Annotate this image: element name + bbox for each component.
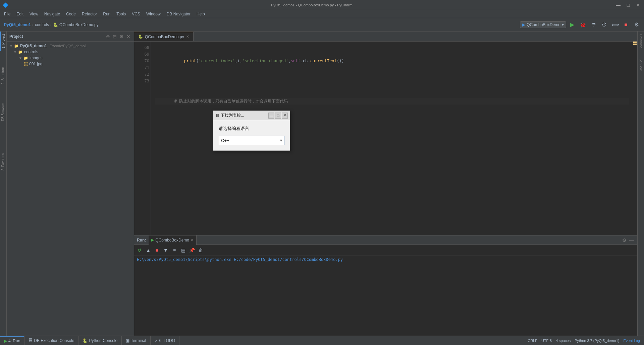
- tree-arrow-root: ▼: [9, 44, 13, 48]
- status-crlf[interactable]: CRLF: [528, 339, 537, 343]
- run-tab-icon: ▶: [151, 238, 154, 242]
- tree-item-images[interactable]: ▼ 📁 images: [7, 55, 134, 61]
- menu-refactor[interactable]: Refactor: [79, 11, 100, 17]
- concurrency-button[interactable]: ⟺: [610, 20, 620, 29]
- tree-icon-images: 📁: [23, 56, 28, 60]
- qt-dialog-close[interactable]: ✕: [282, 113, 288, 119]
- settings-toolbar-button[interactable]: ⚙: [632, 20, 641, 29]
- sidebar-close-button[interactable]: ✕: [126, 33, 131, 40]
- menu-run[interactable]: Run: [100, 11, 113, 17]
- run-scroll-up[interactable]: ▲: [144, 246, 152, 254]
- editor-tab-active[interactable]: 🐍 QComboBoxDemo.py ✕: [134, 32, 194, 41]
- qt-dialog-minimize[interactable]: —: [268, 113, 274, 119]
- run-stop-button[interactable]: ■: [153, 246, 161, 254]
- bottom-tab-terminal[interactable]: ▣ Terminal: [122, 336, 150, 345]
- menu-edit[interactable]: Edit: [14, 11, 26, 17]
- menu-code[interactable]: Code: [63, 11, 78, 17]
- tree-icon-001jpg: 🖼: [24, 62, 28, 66]
- run-minimize-button[interactable]: —: [629, 237, 635, 244]
- run-trash-button[interactable]: 🗑: [197, 246, 205, 254]
- tree-item-001jpg[interactable]: 🖼 001.jpg: [7, 61, 134, 67]
- python-console-icon: 🐍: [83, 338, 88, 343]
- qt-dialog-icon: 🖥: [215, 113, 219, 118]
- toolbar: PyQt5_demo1 › controls › 🐍 QComboBoxDemo…: [0, 18, 644, 31]
- bottom-tab-todo[interactable]: ✓ 6: TODO: [151, 336, 180, 345]
- qt-dialog-titlebar[interactable]: 🖥 下拉列表控... — □ ✕: [213, 111, 290, 120]
- tree-label-root: PyQt5_demo1: [20, 44, 47, 48]
- terminal-icon: ▣: [126, 338, 129, 343]
- menu-bar: File Edit View Navigate Code Refactor Ru…: [0, 10, 644, 18]
- qt-dialog-maximize[interactable]: □: [275, 113, 281, 119]
- maximize-button[interactable]: □: [625, 2, 631, 8]
- tree-label-images: images: [30, 56, 43, 60]
- menu-view[interactable]: View: [27, 11, 41, 17]
- menu-help[interactable]: Help: [194, 11, 208, 17]
- sidebar-sync-button[interactable]: ⊕: [105, 33, 111, 40]
- run-settings-button[interactable]: ⚙: [622, 237, 627, 244]
- run-restart-button[interactable]: ↺: [136, 246, 144, 254]
- status-indent[interactable]: 4 spaces: [556, 339, 571, 343]
- run-tabs: Run: ▶ QComboBoxDemo ✕ ⚙ —: [134, 235, 637, 245]
- qt-dialog-controls: — □ ✕: [268, 113, 288, 119]
- profile-button[interactable]: ⏱: [600, 20, 609, 29]
- close-button[interactable]: ✕: [635, 2, 641, 8]
- run-filter-button[interactable]: ▤: [179, 246, 187, 254]
- bottom-tab-db-label: DB Execution Console: [34, 338, 74, 343]
- run-tab-run-icon: ▶: [4, 339, 7, 343]
- stop-button[interactable]: ■: [621, 20, 631, 29]
- tree-item-controls[interactable]: ▼ 📁 controls: [7, 49, 134, 55]
- tree-icon-controls: 📁: [18, 50, 23, 54]
- status-encoding[interactable]: UTF-8: [541, 339, 552, 343]
- left-tab-favorites[interactable]: 2: Favorites: [0, 150, 6, 173]
- minimize-button[interactable]: —: [615, 2, 621, 8]
- menu-window[interactable]: Window: [144, 11, 163, 17]
- title-bar: 🔷 PyQt5_demo1 - QComboBoxDemo.py - PyCha…: [0, 0, 644, 10]
- debug-button[interactable]: 🐞: [578, 20, 588, 29]
- menu-navigate[interactable]: Navigate: [42, 11, 63, 17]
- bottom-tab-todo-label: 6: TODO: [159, 338, 175, 343]
- sidebar-settings-button[interactable]: ⚙: [119, 33, 124, 40]
- run-command: E:\venvs\PyQt5_demo1\Scripts\python.exe …: [137, 257, 343, 262]
- todo-icon: ✓: [155, 338, 158, 343]
- window-title: PyQt5_demo1 - QComboBoxDemo.py - PyCharm: [8, 3, 615, 7]
- breadcrumb-sep-1: ›: [32, 22, 34, 27]
- breadcrumb-controls[interactable]: controls: [35, 22, 49, 27]
- file-tree: ▼ 📁 PyQt5_demo1 E:\code\PyQt5_demo1 ▼ 📁 …: [7, 42, 134, 336]
- qt-combobox[interactable]: C++ ▾: [219, 136, 284, 145]
- menu-vcs[interactable]: VCS: [129, 11, 143, 17]
- menu-db-navigator[interactable]: DB Navigator: [164, 11, 193, 17]
- line-num-68: 68: [136, 44, 149, 51]
- left-tab-project[interactable]: 1: Project: [0, 31, 6, 51]
- tab-close-button[interactable]: ✕: [186, 34, 189, 39]
- left-tab-db-browser[interactable]: DB Browser: [0, 100, 6, 124]
- code-line-69: [155, 78, 629, 84]
- run-tab-close[interactable]: ✕: [191, 238, 194, 242]
- left-tab-structure[interactable]: 2: Structure: [0, 64, 6, 87]
- bottom-tab-run[interactable]: ▶ 4: Run: [0, 336, 24, 345]
- right-tab-sciview[interactable]: SciView: [638, 56, 644, 73]
- bottom-tab-python-console[interactable]: 🐍 Python Console: [78, 336, 122, 345]
- breadcrumb-sep-2: ›: [50, 22, 52, 27]
- right-tab-database[interactable]: Database: [638, 33, 644, 50]
- run-button[interactable]: ▶: [568, 20, 577, 29]
- line-numbers: 68 69 70 71 72 73: [134, 42, 151, 235]
- breadcrumb-file[interactable]: QComboBoxDemo.py: [59, 22, 99, 27]
- breadcrumb-project[interactable]: PyQt5_demo1: [4, 22, 31, 27]
- run-configuration[interactable]: ▶ QComboBoxDemo ▾: [520, 21, 566, 28]
- menu-file[interactable]: File: [1, 11, 13, 17]
- tree-item-root[interactable]: ▼ 📁 PyQt5_demo1 E:\code\PyQt5_demo1: [7, 43, 134, 49]
- run-config-tab[interactable]: ▶ QComboBoxDemo ✕: [149, 235, 197, 245]
- tree-arrow-images: ▼: [19, 56, 22, 60]
- run-scroll-down[interactable]: ▼: [162, 246, 170, 254]
- menu-tools[interactable]: Tools: [114, 11, 128, 17]
- status-python[interactable]: Python 3.7 (PyQt5_demo1): [575, 339, 619, 343]
- sidebar-header: Project ⊕ ⊟ ⚙ ✕: [7, 31, 134, 42]
- bottom-tab-run-label: 4: Run: [8, 339, 20, 343]
- sidebar-collapse-button[interactable]: ⊟: [112, 33, 117, 40]
- coverage-button[interactable]: ☂: [589, 20, 598, 29]
- run-wrap-button[interactable]: ≡: [170, 246, 178, 254]
- title-bar-controls: — □ ✕: [615, 2, 641, 8]
- run-pin-button[interactable]: 📌: [188, 246, 196, 254]
- status-event-log[interactable]: Event Log: [623, 339, 640, 343]
- bottom-tab-db-console[interactable]: 🗄 DB Execution Console: [24, 336, 78, 345]
